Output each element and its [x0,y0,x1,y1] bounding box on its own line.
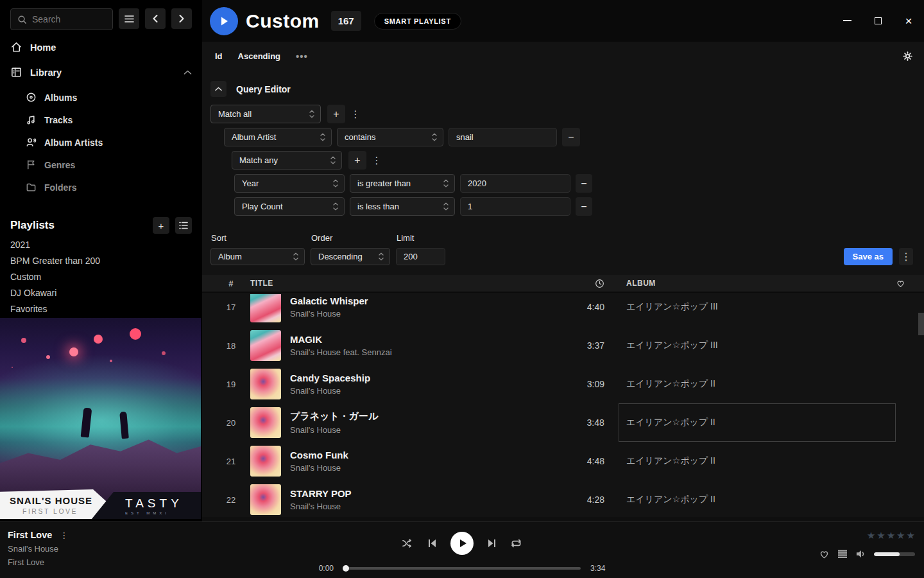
rule-operator-select[interactable]: is less than [350,197,455,216]
rule-value-input[interactable] [460,197,570,216]
sidebar-item-home[interactable]: Home [10,41,192,53]
rule-field-select[interactable]: Album Artist [224,128,332,146]
star-icon[interactable]: ★ [887,530,895,541]
play-button[interactable] [450,532,474,555]
window-minimize-button[interactable] [841,14,853,27]
add-rule-button[interactable]: + [327,105,345,123]
track-album[interactable]: エイリアン☆ポップ III [626,294,896,326]
sidebar-item-albums[interactable]: Albums [26,92,77,103]
track-artist[interactable]: Snail's House [290,425,566,435]
now-playing-options-button[interactable]: ⋮ [60,530,68,540]
star-icon[interactable]: ★ [877,530,885,541]
track-album[interactable]: エイリアン☆ポップ III [626,326,896,365]
seek-slider[interactable] [343,567,581,570]
table-row[interactable]: 18 MAGIK Snail's House feat. Sennzai 3:3… [202,326,924,365]
group-combinator-select[interactable]: Match any [232,151,342,170]
table-row[interactable]: 20 プラネット・ガール Snail's House 3:48 エイリアン☆ポッ… [202,403,924,442]
sidebar-item-folders[interactable]: Folders [26,182,77,193]
chevron-up-icon[interactable] [184,70,192,75]
track-album[interactable]: エイリアン☆ポップ II [619,403,896,442]
rating-stars[interactable]: ★★★★★ [819,530,915,541]
column-header-album[interactable]: ALBUM [626,279,896,288]
window-close-button[interactable]: × [902,14,915,27]
now-playing-album-art[interactable]: SNAIL'S HOUSE FIRST LOVE TASTY EST MMXI [0,318,201,519]
now-playing-title[interactable]: First Love [8,530,52,540]
scrollbar-thumb[interactable] [918,313,924,335]
playlist-list-button[interactable] [175,217,192,234]
playlist-item[interactable]: DJ Okawari [10,288,56,298]
match-combinator-select[interactable]: Match all [210,105,321,123]
add-group-rule-button[interactable]: + [348,151,366,170]
track-artist[interactable]: Snail's House [290,502,566,511]
save-as-button[interactable]: Save as [844,248,893,265]
nav-forward-button[interactable] [171,8,192,29]
track-album[interactable]: エイリアン☆ポップ II [626,365,896,403]
rule-value-input[interactable] [460,174,570,193]
rule-operator-select[interactable]: contains [337,128,443,146]
track-artist[interactable]: Snail's House [290,386,566,396]
save-options-button[interactable]: ⋮ [899,248,913,265]
star-icon[interactable]: ★ [907,530,915,541]
sidebar-item-genres[interactable]: Genres [26,159,75,170]
order-select[interactable]: Descending [311,248,390,265]
playlist-item[interactable]: BPM Greater than 200 [10,256,100,266]
playlist-item[interactable]: 2021 [10,240,30,250]
repeat-button[interactable] [510,538,522,548]
track-album[interactable]: エイリアン☆ポップ II [626,480,896,518]
now-playing-artist[interactable]: Snail's House [8,544,68,554]
remove-rule-button[interactable]: − [576,174,592,193]
rule-value-input[interactable] [449,128,557,146]
add-playlist-button[interactable]: + [153,217,169,234]
rule-options-button[interactable]: ⋮ [350,105,361,123]
playlist-item[interactable]: Favorites [10,304,47,314]
rule-field-select[interactable]: Year [234,174,345,193]
sidebar-item-album-artists[interactable]: Album Artists [26,137,103,148]
chevron-updown-icon [443,202,449,211]
column-header-favorite[interactable] [896,279,924,288]
window-maximize-button[interactable] [871,14,884,27]
volume-slider[interactable] [874,552,915,556]
column-header-duration[interactable] [566,279,604,288]
now-playing-album[interactable]: First Love [8,557,68,567]
table-row[interactable]: 17 Galactic Whisper Snail's House 4:40 エ… [202,294,924,326]
remove-rule-button[interactable]: − [562,128,580,146]
sort-field-button[interactable]: Id [215,51,223,61]
collapse-query-editor-button[interactable] [210,81,227,97]
sidebar-item-library[interactable]: Library [10,66,192,78]
menu-button[interactable] [119,8,139,29]
play-playlist-button[interactable] [210,7,238,35]
queue-button[interactable] [837,550,848,559]
sidebar-item-tracks[interactable]: Tracks [26,114,73,125]
group-options-button[interactable]: ⋮ [371,151,382,170]
more-options-button[interactable]: ••• [296,51,308,62]
search-input[interactable] [32,14,103,24]
next-button[interactable] [487,539,497,548]
sort-order-button[interactable]: Ascending [238,51,280,61]
table-row[interactable]: 19 Candy Spaceship Snail's House 3:09 エイ… [202,365,924,403]
gear-icon[interactable] [902,51,913,62]
track-album[interactable]: エイリアン☆ポップ II [626,442,896,480]
sort-select[interactable]: Album [210,248,305,265]
playlist-item[interactable]: Custom [10,272,41,282]
seek-thumb[interactable] [343,565,349,572]
track-artist[interactable]: Snail's House [290,309,566,319]
star-icon[interactable]: ★ [896,530,905,541]
shuffle-button[interactable] [402,538,414,548]
rule-field-select[interactable]: Play Count [234,197,345,216]
previous-button[interactable] [427,539,437,548]
limit-input[interactable] [396,248,445,265]
favorite-button[interactable] [819,549,830,559]
column-header-index[interactable]: # [220,279,242,288]
table-row[interactable]: 22 STARRY POP Snail's House 4:28 エイリアン☆ポ… [202,480,924,518]
close-icon: × [905,15,912,27]
star-icon[interactable]: ★ [867,530,875,541]
nav-back-button[interactable] [145,8,166,29]
table-row[interactable]: 21 Cosmo Funk Snail's House 4:48 エイリアン☆ポ… [202,442,924,480]
remove-rule-button[interactable]: − [576,197,592,216]
search-box[interactable] [10,8,113,30]
track-artist[interactable]: Snail's House [290,463,566,473]
column-header-title[interactable]: TITLE [250,279,566,288]
volume-button[interactable] [855,549,866,559]
rule-operator-select[interactable]: is greater than [350,174,455,193]
track-artist[interactable]: Snail's House feat. Sennzai [290,347,566,357]
